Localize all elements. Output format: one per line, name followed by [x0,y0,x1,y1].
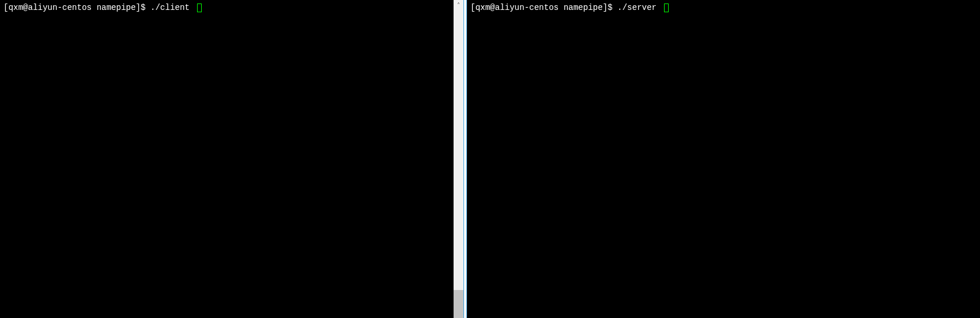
cursor-icon [197,4,202,12]
shell-prompt: [qxm@aliyun-centos namepipe]$ [470,2,617,13]
shell-command: ./server [617,2,662,13]
scroll-track[interactable] [454,10,463,318]
terminal-line: [qxm@aliyun-centos namepipe]$ ./server [470,2,977,13]
terminal-right-pane[interactable]: [qxm@aliyun-centos namepipe]$ ./server [467,0,980,318]
cursor-icon [664,4,669,12]
scroll-up-arrow-icon[interactable]: ˄ [454,0,463,10]
shell-prompt: [qxm@aliyun-centos namepipe]$ [3,2,150,13]
vertical-scrollbar[interactable]: ˄ [454,0,463,318]
terminal-left-pane[interactable]: [qxm@aliyun-centos namepipe]$ ./client [0,0,454,318]
shell-command: ./client [150,2,195,13]
scroll-thumb[interactable] [454,290,463,318]
terminal-line: [qxm@aliyun-centos namepipe]$ ./client [3,2,450,13]
